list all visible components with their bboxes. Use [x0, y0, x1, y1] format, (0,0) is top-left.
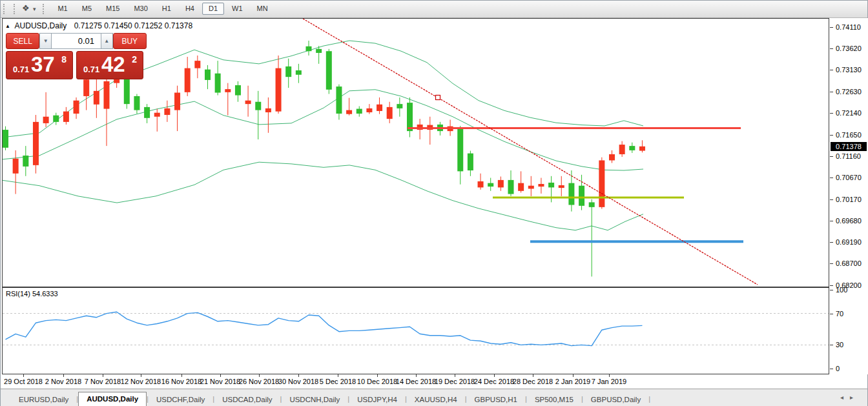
date-axis-tick — [494, 374, 495, 377]
timeframe-button-mn[interactable]: MN — [251, 3, 274, 15]
timeframe-button-m15[interactable]: M15 — [99, 3, 126, 15]
volume-decrease-button[interactable]: ▼ — [39, 33, 52, 49]
chart-tab-gbpusd-h1[interactable]: GBPUSD,H1 — [467, 393, 525, 406]
date-axis-tick — [416, 374, 417, 377]
price-axis-tick — [830, 199, 833, 200]
toolbar-grip[interactable] — [14, 4, 16, 14]
sell-price-panel[interactable]: 0.71 37 8 — [6, 51, 73, 79]
timeframe-button-m1[interactable]: M1 — [51, 3, 74, 15]
candle — [488, 183, 493, 187]
sell-button[interactable]: SELL — [6, 33, 39, 49]
price-axis-label: 0.69190 — [836, 238, 862, 246]
timeframe-button-m30[interactable]: M30 — [127, 3, 154, 15]
date-axis-label: 28 Dec 2018 — [513, 378, 553, 385]
chart-tab-gbpusd-daily[interactable]: GBPUSD,Daily — [583, 393, 648, 406]
price-axis-label: 0.69680 — [836, 217, 862, 225]
chart-tab-audusd-daily[interactable]: AUDUSD,Daily — [78, 392, 147, 406]
candle — [43, 117, 49, 123]
price-axis[interactable]: 0.71378 0.741100.736200.731300.726300.72… — [830, 18, 868, 374]
chart-tab-usdjpy-h4[interactable]: USDJPY,H4 — [349, 393, 405, 406]
candle — [589, 202, 595, 207]
rsi-line — [6, 312, 643, 345]
tab-scroll-arrows[interactable]: ◂▸ — [840, 394, 860, 401]
chart-tab-eurusd-daily[interactable]: EURUSD,Daily — [11, 393, 76, 406]
timeframe-button-w1[interactable]: W1 — [225, 3, 249, 15]
price-axis-tick — [830, 263, 833, 264]
chevron-down-icon[interactable]: ▾ — [33, 6, 36, 12]
candle — [285, 66, 291, 77]
current-price-tag: 0.71378 — [831, 142, 867, 151]
price-axis-label: 0.73130 — [836, 66, 862, 74]
date-axis-label: 7 Nov 2018 — [85, 378, 121, 385]
trendline-object[interactable] — [303, 19, 758, 285]
candle — [468, 154, 473, 170]
date-axis-label: 2 Jan 2019 — [555, 378, 590, 385]
rsi-axis-label: 30 — [836, 341, 843, 349]
date-axis-tick — [533, 374, 533, 377]
timeframe-button-m5[interactable]: M5 — [76, 3, 98, 15]
date-axis-label: 19 Dec 2018 — [435, 378, 475, 385]
candle — [346, 110, 352, 114]
candle — [336, 86, 342, 114]
price-axis-label: 0.68700 — [836, 259, 862, 267]
candle — [599, 160, 604, 207]
rsi-indicator-panel[interactable] — [2, 287, 829, 374]
price-axis-label: 0.70670 — [836, 174, 862, 181]
tab-scroll-right-icon[interactable]: ▸ — [850, 394, 860, 401]
candle — [245, 101, 251, 104]
candle — [326, 51, 332, 90]
candle — [518, 183, 524, 191]
timeframe-button-h4[interactable]: H4 — [179, 3, 201, 15]
timeframe-button-d1[interactable]: D1 — [202, 3, 224, 15]
timeframe-toolbar: ❖ ▾ M1M5M15M30H1H4D1W1MN — [1, 1, 867, 18]
chart-tab-usdchf-daily[interactable]: USDCHF,Daily — [149, 393, 212, 406]
toolbar-grip[interactable] — [43, 4, 45, 14]
candle — [397, 104, 402, 108]
date-axis-label: 5 Dec 2018 — [320, 378, 356, 385]
date-axis-label: 14 Dec 2018 — [396, 378, 436, 385]
trendline-handle[interactable] — [436, 96, 440, 100]
candle — [255, 102, 261, 110]
chart-tools-icon[interactable]: ❖ — [22, 3, 30, 13]
buy-button[interactable]: BUY — [113, 33, 147, 49]
candle — [407, 103, 413, 131]
date-axis-tick — [609, 374, 610, 377]
candle — [94, 91, 99, 105]
price-axis-label: 0.72140 — [836, 109, 862, 117]
chart-tab-xauusd-h4[interactable]: XAUUSD,H4 — [407, 393, 465, 406]
date-axis-tick — [63, 374, 64, 377]
date-axis-label: 10 Dec 2018 — [357, 378, 397, 385]
buy-price-panel[interactable]: 0.71 42 2 — [76, 51, 143, 79]
price-axis-label: 0.71650 — [836, 131, 862, 139]
toolbar-grip[interactable] — [3, 4, 6, 14]
tab-scroll-left-icon[interactable]: ◂ — [840, 394, 850, 401]
volume-input[interactable] — [52, 33, 101, 49]
candle — [579, 186, 584, 206]
candle — [306, 46, 312, 51]
date-axis[interactable]: 29 Oct 20182 Nov 20187 Nov 201812 Nov 20… — [2, 374, 829, 389]
rsi-canvas[interactable] — [3, 288, 829, 374]
sell-price-pip: 8 — [61, 54, 67, 65]
date-axis-tick — [103, 374, 103, 377]
price-axis-label: 0.70170 — [836, 196, 862, 203]
candle — [296, 70, 302, 75]
volume-increase-button[interactable]: ▲ — [101, 33, 113, 49]
price-axis-tick — [830, 92, 833, 92]
date-axis-label: 16 Nov 2018 — [161, 378, 202, 385]
candle — [538, 184, 544, 187]
candle — [559, 185, 564, 188]
expand-triangle-icon[interactable]: ▲ — [5, 23, 10, 29]
date-axis-tick — [573, 374, 574, 377]
date-axis-tick — [220, 374, 221, 377]
chart-tab-usdcnh-daily[interactable]: USDCNH,Daily — [282, 393, 347, 406]
date-axis-tick — [181, 374, 182, 377]
chart-tab-usdcad-daily[interactable]: USDCAD,Daily — [214, 393, 280, 406]
price-axis-tick — [830, 156, 833, 157]
candle — [205, 70, 211, 80]
timeframe-button-h1[interactable]: H1 — [156, 3, 178, 15]
chart-ohlc-values: 0.71275 0.71450 0.71252 0.71378 — [74, 21, 193, 30]
date-axis-tick — [23, 374, 24, 377]
bollinger-lower-band[interactable] — [3, 162, 643, 230]
candle — [13, 159, 19, 174]
chart-tab-sp500-m15[interactable]: SP500,M15 — [527, 393, 581, 406]
